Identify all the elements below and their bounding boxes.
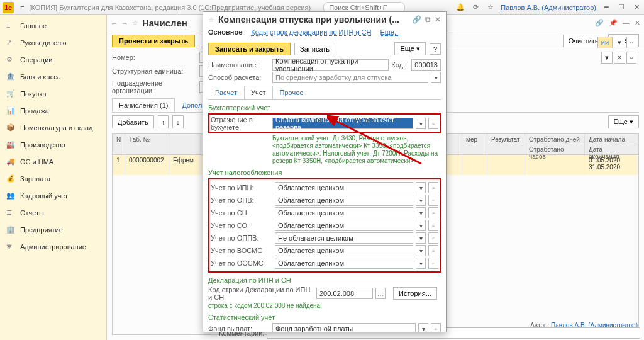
bell-icon[interactable]: 🔔 — [455, 3, 465, 11]
open-icon[interactable]: ▫ — [428, 182, 438, 193]
nav-operations[interactable]: ⚙Операции — [0, 51, 106, 68]
tab-calc[interactable]: Расчет — [208, 86, 244, 99]
open-icon[interactable]: ▫ — [428, 245, 438, 256]
fav-icon[interactable]: ☆ — [208, 16, 214, 24]
fav-icon[interactable]: ☆ — [132, 19, 138, 27]
open-icon[interactable]: ▫ — [626, 37, 636, 48]
nav-purchase[interactable]: 🛒Покупка — [0, 85, 106, 102]
tax-field[interactable]: Облагается целиком — [275, 195, 413, 206]
col-n: N — [113, 134, 125, 154]
close-icon[interactable]: ✕ — [631, 3, 641, 11]
minimize-icon[interactable]: ━ — [601, 3, 611, 11]
minimize-icon[interactable]: — — [623, 19, 630, 27]
tax-field[interactable]: Облагается целиком — [275, 207, 413, 218]
nav-stock[interactable]: 📦Номенклатура и склад — [0, 119, 106, 136]
grid-more-button[interactable]: Еще ▾ — [608, 115, 639, 128]
star-icon[interactable]: ☆ — [486, 3, 496, 11]
back-icon[interactable]: ← — [111, 20, 118, 27]
dropdown-icon[interactable]: ▾ — [418, 323, 428, 332]
dropdown-icon[interactable]: ▾ — [601, 52, 613, 64]
down-icon[interactable]: ↓ — [172, 115, 184, 128]
dropdown-icon[interactable]: ▾ — [416, 182, 426, 193]
post-close-button[interactable]: Провести и закрыть — [112, 35, 195, 47]
building-icon: 🏢 — [6, 225, 15, 234]
code-field[interactable]: 000013 — [411, 59, 441, 71]
cell-dates: 01.05.2020 31.05.2020 — [585, 155, 638, 175]
tax-field[interactable]: Облагается целиком — [275, 245, 413, 256]
more-label: Еще — [400, 45, 414, 52]
save-close-button[interactable]: Записать и закрыть — [208, 43, 291, 55]
maximize-icon[interactable]: ☐ — [616, 3, 626, 11]
forward-icon[interactable]: → — [121, 20, 128, 27]
dropdown-icon[interactable]: ▾ — [416, 207, 426, 218]
pin-icon[interactable]: 📌 — [609, 19, 618, 27]
open-icon[interactable]: ▫ — [428, 207, 438, 218]
detach-icon[interactable]: ⧉ — [425, 15, 431, 24]
tax-field[interactable]: Не облагается целиком — [275, 232, 413, 244]
save-button[interactable]: Записать — [294, 43, 335, 55]
nav-production[interactable]: 🏭Производство — [0, 136, 106, 153]
tax-field[interactable]: Облагается целиком — [275, 258, 413, 269]
link-icon[interactable]: 🔗 — [595, 19, 604, 27]
link-ipn[interactable]: Коды строк декларации по ИПН и СН — [251, 28, 371, 36]
nav-sidebar: ≡Главное ↗Руководителю ⚙Операции 🏦Банк и… — [0, 15, 107, 340]
menu-icon[interactable]: ≡ — [20, 4, 24, 11]
up-icon[interactable]: ↑ — [158, 115, 169, 128]
calc-field[interactable]: По среднему заработку для отпуска — [272, 72, 428, 83]
open-icon[interactable]: ▫ — [428, 118, 438, 129]
dropdown-icon[interactable]: ▾ — [416, 220, 426, 231]
nav-company[interactable]: 🏢Предприятие — [0, 221, 106, 238]
nav-bank[interactable]: 🏦Банк и касса — [0, 68, 106, 85]
add-button[interactable]: Добавить — [112, 115, 154, 128]
open-icon[interactable]: ▫ — [428, 232, 438, 244]
code-label: Код: — [391, 61, 409, 69]
nav-manager[interactable]: ↗Руководителю — [0, 34, 106, 51]
open-icon[interactable]: ▫ — [626, 52, 636, 64]
tax-field[interactable]: Облагается целиком — [275, 220, 413, 231]
link-main[interactable]: Основное — [208, 28, 242, 36]
tab-accounting[interactable]: Учет — [244, 86, 273, 99]
select-button[interactable]: ии — [597, 37, 613, 48]
decl-code-field[interactable]: 200.02.008 — [316, 288, 373, 299]
nav-salary[interactable]: 💰Зарплата — [0, 170, 106, 187]
pick-icon[interactable]: … — [375, 288, 386, 299]
open-icon[interactable]: ▫ — [428, 195, 438, 206]
close-icon[interactable]: ✕ — [435, 15, 441, 24]
nav-reports[interactable]: ≣Отчеты — [0, 204, 106, 221]
refresh-icon[interactable]: ⟳ — [470, 3, 480, 11]
close-icon[interactable]: ✕ — [635, 19, 640, 27]
help-icon[interactable]: ? — [430, 43, 441, 55]
nav-admin[interactable]: ✱Администрирование — [0, 238, 106, 255]
nav-assets[interactable]: 🚚ОС и НМА — [0, 153, 106, 170]
nav-hr[interactable]: 👥Кадровый учет — [0, 187, 106, 204]
user-link[interactable]: Павлов А.В. (Администратор) — [501, 4, 596, 11]
col-tab: Таб. № — [125, 134, 169, 154]
link-more[interactable]: Еще... — [380, 28, 401, 36]
name-field[interactable]: Компенсация отпуска при увольнении — [272, 59, 389, 71]
nav-sales[interactable]: 📊Продажа — [0, 102, 106, 119]
clear-icon[interactable]: × — [614, 52, 625, 64]
dropdown-icon[interactable]: ▾ — [416, 195, 426, 206]
tax-field[interactable]: Облагается целиком — [275, 182, 413, 193]
tab-other[interactable]: Прочее — [273, 86, 311, 99]
date-start: 01.05.2020 — [589, 157, 634, 164]
dropdown-icon[interactable]: ▾ — [614, 37, 625, 48]
link-icon[interactable]: 🔗 — [412, 15, 421, 24]
nav-main[interactable]: ≡Главное — [0, 18, 106, 34]
reflection-field[interactable]: Оплата компенсации отпуска за счет резер… — [272, 118, 413, 129]
more-button[interactable]: Еще ▾ — [394, 42, 425, 55]
nav-label: Главное — [20, 22, 47, 30]
cart-icon: 🛒 — [6, 89, 15, 98]
dropdown-icon[interactable]: ▾ — [416, 232, 426, 244]
dropdown-icon[interactable]: ▾ — [416, 245, 426, 256]
dropdown-icon[interactable]: ▾ — [416, 118, 426, 129]
open-icon[interactable]: ▫ — [428, 220, 438, 231]
dropdown-icon[interactable]: ▾ — [431, 72, 441, 83]
open-icon[interactable]: ▫ — [428, 258, 438, 269]
open-icon[interactable]: ▫ — [431, 323, 441, 332]
tab-accruals[interactable]: Начисления (1) — [112, 98, 175, 112]
dropdown-icon[interactable]: ▾ — [416, 258, 426, 269]
history-button[interactable]: История... — [393, 287, 437, 300]
window-title: [КОПИЯ] Бухгалтерия для Казахстана, реда… — [29, 4, 311, 11]
fund-field[interactable]: Фонд заработной платы — [272, 323, 416, 332]
